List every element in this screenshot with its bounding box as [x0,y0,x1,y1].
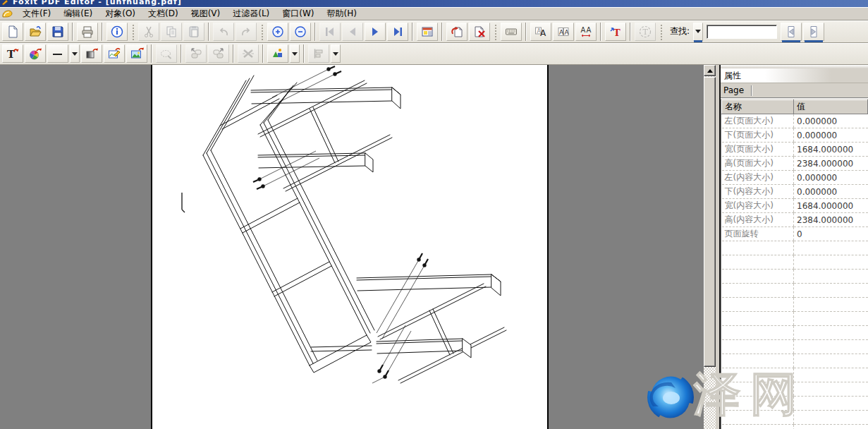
empty-row [722,255,868,270]
page-thumbnail-icon[interactable] [417,23,438,41]
scrollbar-thumb[interactable] [704,77,716,367]
zoom-in-icon[interactable] [267,23,288,41]
zoom-out-icon[interactable] [290,23,311,41]
prev-page-icon[interactable] [342,23,363,41]
menu-item-5[interactable]: 视图(V) [185,7,227,20]
menu-item-3[interactable]: 对象(O) [99,7,142,20]
panel-title: 属性 [721,70,741,82]
char-spacing-icon[interactable]: AA [575,23,597,41]
property-row[interactable]: 下(页面大小)0.000000 [722,128,868,143]
tab-separator [751,85,752,96]
menu-item-7[interactable]: 窗口(W) [276,7,320,20]
delete-object-icon[interactable] [238,44,259,63]
new-document-icon[interactable] [2,23,23,41]
empty-row [722,368,868,382]
delete-page-icon[interactable] [469,23,490,41]
property-row[interactable]: 左(内容大小)0.000000 [722,171,868,185]
menu-item-8[interactable]: 帮助(H) [321,7,363,20]
insert-shape-caret[interactable] [290,44,300,63]
find-prev-icon[interactable] [781,23,802,41]
insert-page-icon[interactable] [446,23,467,41]
gradient-icon[interactable] [81,44,102,63]
print-icon[interactable] [77,23,98,41]
line-style-caret[interactable] [70,44,80,63]
lasso-edit-icon[interactable] [156,44,177,63]
redo-icon[interactable] [236,23,257,41]
app-document-icon [1,8,13,19]
property-value[interactable]: 1684.000000 [794,143,868,157]
property-value[interactable]: 2384.000000 [794,213,868,227]
toolbar-separator [102,23,103,41]
window-title: Foxit PDF Editor - [unfhuang.pdf] [13,0,182,6]
insert-shape-icon[interactable] [267,44,288,63]
property-row[interactable]: 高(内容大小)2384.000000 [722,213,868,227]
toolbar-separator [314,23,316,41]
toolbar-separator [151,44,152,63]
svg-text:A: A [565,28,570,35]
property-row[interactable]: 页面旋转0 [722,227,868,241]
toolbar-drag-handle[interactable] [260,23,264,40]
property-value[interactable]: 0.000000 [794,114,868,128]
property-row[interactable]: 宽(页面大小)1684.000000 [722,143,868,157]
properties-table-container: 名称 值 左(页面大小)0.000000下(页面大小)0.000000宽(页面大… [721,99,868,429]
toolbar-drag-handle[interactable] [659,23,663,40]
property-row[interactable]: 高(页面大小)2384.000000 [722,157,868,171]
menu-item-6[interactable]: 过滤器(L) [226,7,276,20]
property-value[interactable]: 0 [794,227,868,241]
replace-image-icon[interactable] [126,44,147,63]
edit-image-icon[interactable] [104,44,125,63]
main-area: 属性 Page 名称 值 左(页面大小)0.000000下(页面大小)0.000… [0,65,868,429]
property-name: 宽(页面大小) [722,143,794,157]
menu-item-2[interactable]: 编辑(E) [57,7,99,20]
bring-forward-icon[interactable] [208,44,229,63]
document-info-icon[interactable] [106,23,128,41]
next-page-icon[interactable] [365,23,386,41]
property-name: 高(内容大小) [722,213,794,227]
undo-icon[interactable] [213,23,234,41]
send-backward-icon[interactable] [185,44,207,63]
cut-icon[interactable] [138,23,159,41]
first-page-icon[interactable] [319,23,341,41]
last-page-icon[interactable] [387,23,408,41]
edit-color-icon[interactable] [25,44,46,63]
text-mode-icon[interactable]: T [635,23,656,41]
toolbar-separator [262,44,264,63]
save-icon[interactable] [47,23,68,41]
tab-page[interactable]: Page [721,84,751,97]
document-workspace[interactable] [0,65,704,429]
paste-icon[interactable] [183,23,204,41]
property-row[interactable]: 宽(内容大小)1684.000000 [722,199,868,213]
property-name: 左(内容大小) [722,171,794,185]
property-row[interactable]: 左(页面大小)0.000000 [722,114,868,128]
align-objects-caret[interactable] [331,44,341,63]
add-text-icon[interactable]: T [605,23,626,41]
menu-item-1[interactable]: 文件(F) [16,7,57,20]
copy-icon[interactable] [161,23,182,41]
pdf-page[interactable] [151,65,549,429]
property-value[interactable]: 0.000000 [794,185,868,199]
find-next-icon[interactable] [803,23,824,41]
line-style-icon[interactable] [47,44,68,63]
column-header-name[interactable]: 名称 [722,100,794,114]
svg-text:A: A [581,26,586,34]
property-value[interactable]: 0.000000 [794,171,868,185]
align-objects-icon[interactable] [308,44,329,63]
font-width-icon[interactable]: AA [553,23,574,41]
toolbar-drag-handle[interactable] [131,23,135,40]
property-value[interactable]: 2384.000000 [794,157,868,171]
property-value[interactable]: 0.000000 [794,128,868,143]
keyboard-icon[interactable] [501,23,522,41]
replace-font-icon[interactable]: AA [530,23,551,41]
column-header-value[interactable]: 值 [794,100,868,114]
open-file-icon[interactable] [25,23,46,41]
vertical-scrollbar[interactable] [704,65,716,429]
toolbar-drag-handle[interactable] [494,23,497,40]
scroll-up-button[interactable] [704,65,716,76]
toolbar-separator [72,23,73,41]
find-input[interactable] [707,25,777,39]
edit-text-icon[interactable]: T [2,44,23,63]
property-value[interactable]: 1684.000000 [794,199,868,213]
property-row[interactable]: 下(内容大小)0.000000 [722,185,868,199]
menu-item-4[interactable]: 文档(D) [142,7,185,20]
find-dropdown-caret[interactable] [693,23,703,41]
